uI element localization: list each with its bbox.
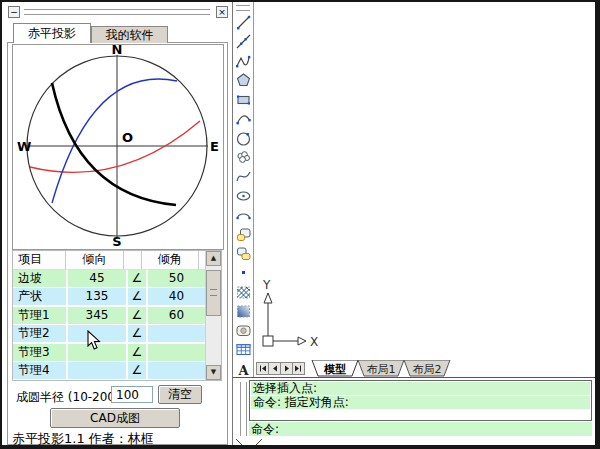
west-label: W	[17, 139, 31, 154]
tab-model-label: 模型	[323, 363, 346, 376]
dip-angle-cell[interactable]: 50	[148, 270, 205, 287]
header-dip-direction: 倾向	[66, 251, 124, 269]
slope-great-circle	[52, 83, 176, 205]
hatch-icon[interactable]	[233, 283, 253, 302]
tab-my-software[interactable]: 我的软件	[91, 26, 168, 43]
table-row: 节理2 ∠	[13, 325, 221, 342]
item-cell: 边坡	[13, 270, 66, 287]
tab-layout1-label: 布局1	[367, 363, 396, 376]
angle-symbol: ∠	[128, 344, 146, 361]
toolbar-grip[interactable]	[236, 5, 250, 11]
dip-angle-cell[interactable]: 40	[148, 288, 205, 305]
table-row: 节理4 ∠	[13, 362, 221, 379]
header-item: 项目	[13, 251, 66, 269]
dip-angle-cell[interactable]: 60	[148, 307, 205, 324]
command-current-line[interactable]: 命令:	[249, 422, 592, 436]
table-header-row: 项目 倾向 倾角	[13, 251, 221, 270]
command-history-line: 命令: 指定对角点:	[251, 396, 590, 409]
point-icon[interactable]	[233, 263, 253, 282]
table-row: 节理1 345 ∠ 60	[13, 307, 221, 324]
item-cell: 节理3	[13, 344, 66, 361]
polygon-icon[interactable]	[233, 71, 253, 90]
header-dip-angle: 倾角	[142, 251, 199, 269]
east-label: E	[210, 139, 219, 154]
app-screen: − × 赤平投影 我的软件 N S W E O	[0, 0, 600, 449]
item-cell: 节理2	[13, 325, 66, 342]
radius-label: 成圆半径 (10-200)	[16, 389, 120, 406]
south-label: S	[112, 234, 121, 247]
ellipse-arc-icon[interactable]	[233, 206, 253, 225]
panel-title-bar[interactable]: − ×	[3, 5, 232, 19]
line-icon[interactable]	[233, 13, 253, 32]
layout-tab-bar: 模型 布局1 布局2	[254, 360, 595, 377]
north-label: N	[112, 45, 123, 57]
dip-direction-cell[interactable]	[68, 362, 126, 379]
dip-direction-cell[interactable]: 45	[68, 270, 126, 287]
scroll-thumb[interactable]	[206, 270, 221, 316]
spline-icon[interactable]	[233, 167, 253, 186]
angle-symbol: ∠	[128, 270, 146, 287]
ucs-icon: Y X	[257, 274, 321, 356]
center-label: O	[122, 130, 133, 145]
hidden-tab-top	[235, 439, 265, 447]
arc-icon[interactable]	[233, 109, 253, 128]
insert-block-icon[interactable]	[233, 225, 253, 244]
ellipse-icon[interactable]	[233, 186, 253, 205]
dip-angle-cell[interactable]	[148, 325, 205, 342]
item-cell: 产状	[13, 288, 66, 305]
command-history-line: 选择插入点:	[251, 382, 590, 395]
stereonet-plot: N S W E O	[12, 44, 224, 250]
circle-icon[interactable]	[233, 129, 253, 148]
angle-symbol: ∠	[128, 325, 146, 342]
draw-toolbar: A	[232, 2, 254, 377]
svg-text:A: A	[237, 363, 249, 377]
table-row: 边坡 45 ∠ 50	[13, 270, 221, 287]
command-splitter[interactable]	[240, 382, 247, 436]
header-angle	[124, 251, 142, 269]
orientation-table: 项目 倾向 倾角 边坡 45 ∠ 50 产状 135 ∠ 40 节理1 345 …	[12, 250, 222, 381]
revision-cloud-icon[interactable]	[233, 148, 253, 167]
polyline-icon[interactable]	[233, 52, 253, 71]
cad-plot-button[interactable]: CAD成图	[50, 408, 180, 428]
angle-symbol: ∠	[128, 288, 146, 305]
table-scrollbar[interactable]: ▲ ▼	[205, 251, 221, 380]
angle-symbol: ∠	[128, 362, 146, 379]
table-icon[interactable]	[233, 340, 253, 359]
angle-symbol: ∠	[128, 307, 146, 324]
scroll-up-button[interactable]: ▲	[206, 251, 221, 266]
tab-stereographic-projection[interactable]: 赤平投影	[13, 23, 91, 43]
stereonet-panel: − × 赤平投影 我的软件 N S W E O	[3, 2, 233, 445]
table-row: 产状 135 ∠ 40	[13, 288, 221, 305]
region-icon[interactable]	[233, 321, 253, 340]
gradient-icon[interactable]	[233, 302, 253, 321]
command-window: 选择插入点: 命令: 指定对角点: 命令:	[232, 377, 595, 445]
radius-input[interactable]	[111, 386, 153, 403]
table-row: 节理3 ∠	[13, 344, 221, 361]
rectangle-icon[interactable]	[233, 90, 253, 109]
scroll-down-button[interactable]: ▼	[206, 365, 221, 380]
multiline-text-icon[interactable]: A	[233, 360, 253, 378]
construction-line-icon[interactable]	[233, 32, 253, 51]
status-text: 赤平投影1.1 作者：林框	[12, 430, 154, 448]
command-history[interactable]: 选择插入点: 命令: 指定对角点:	[249, 380, 592, 421]
dip-angle-cell[interactable]	[148, 344, 205, 361]
make-block-icon[interactable]	[233, 244, 253, 263]
x-axis-label: X	[310, 335, 318, 349]
tab-layout2-label: 布局2	[413, 363, 442, 376]
close-button[interactable]: ×	[216, 6, 228, 18]
title-grip[interactable]	[24, 9, 210, 15]
item-cell: 节理4	[13, 362, 66, 379]
last-tab-button[interactable]	[292, 362, 305, 375]
item-cell: 节理1	[13, 307, 66, 324]
dip-direction-cell[interactable]: 135	[68, 288, 126, 305]
minimize-button[interactable]: −	[8, 6, 20, 18]
mouse-cursor	[87, 330, 103, 352]
dip-angle-cell[interactable]	[148, 362, 205, 379]
y-axis-label: Y	[262, 278, 271, 292]
dip-direction-cell[interactable]: 345	[68, 307, 126, 324]
bedding-great-circle	[30, 121, 200, 172]
clear-button[interactable]: 清空	[158, 385, 202, 404]
